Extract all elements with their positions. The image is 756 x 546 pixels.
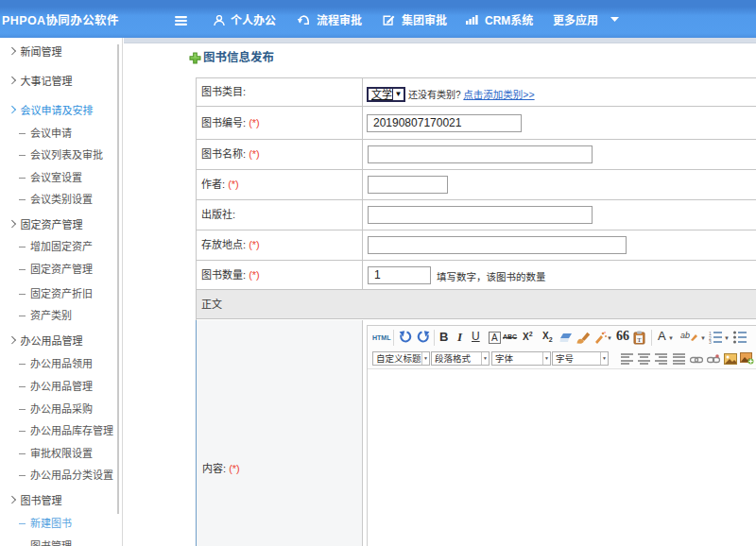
svg-text:3: 3: [709, 339, 712, 344]
svg-text:T: T: [637, 336, 642, 344]
